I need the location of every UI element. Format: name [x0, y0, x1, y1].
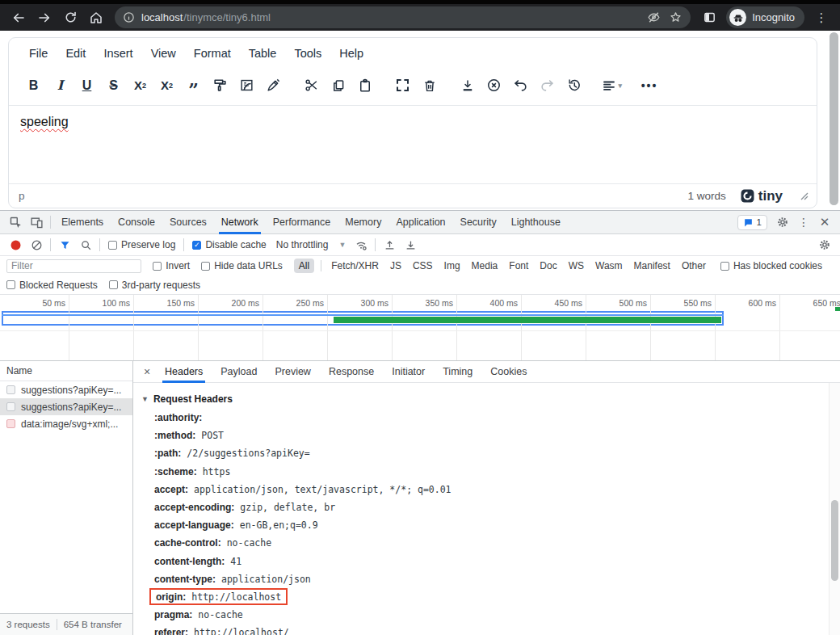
back-icon[interactable]: [6, 6, 31, 29]
detail-tab-initiator[interactable]: Initiator: [383, 361, 434, 383]
italic-icon[interactable]: I: [50, 74, 71, 98]
inspect-element-icon[interactable]: [5, 212, 26, 232]
tab-performance[interactable]: Performance: [266, 211, 338, 234]
more-icon[interactable]: •••: [639, 74, 660, 98]
disable-cache-checkbox[interactable]: [192, 241, 201, 250]
network-settings-gear-icon[interactable]: [814, 235, 835, 254]
name-column-header[interactable]: Name: [0, 361, 132, 381]
permanent-pen-icon[interactable]: [263, 74, 284, 98]
blockquote-icon[interactable]: ”: [183, 74, 204, 98]
menu-edit[interactable]: Edit: [58, 44, 93, 62]
tab-application[interactable]: Application: [388, 211, 452, 234]
request-row[interactable]: data:image/svg+xml;...: [0, 415, 132, 432]
tab-sources[interactable]: Sources: [162, 211, 214, 234]
cancel-icon[interactable]: [484, 74, 505, 98]
paste-icon[interactable]: [355, 74, 376, 98]
type-filter-ws[interactable]: WS: [564, 259, 589, 273]
menu-tools[interactable]: Tools: [287, 44, 329, 62]
home-icon[interactable]: [84, 6, 108, 29]
third-party-toggle[interactable]: 3rd-party requests: [109, 280, 200, 291]
type-filter-img[interactable]: Img: [439, 259, 465, 273]
menu-format[interactable]: Format: [187, 44, 238, 62]
format-painter-icon[interactable]: [210, 74, 231, 98]
type-filter-doc[interactable]: Doc: [535, 259, 561, 273]
request-row[interactable]: suggestions?apiKey=...: [0, 398, 132, 415]
type-filter-wasm[interactable]: Wasm: [590, 259, 628, 273]
editor-content[interactable]: speeling: [9, 106, 817, 183]
tab-elements[interactable]: Elements: [54, 211, 111, 234]
tab-security[interactable]: Security: [453, 211, 504, 234]
devtools-menu-icon[interactable]: ⋮: [793, 212, 814, 232]
menu-view[interactable]: View: [144, 44, 183, 62]
type-filter-other[interactable]: Other: [677, 259, 711, 273]
detail-tab-response[interactable]: Response: [320, 361, 383, 383]
restore-draft-icon[interactable]: [564, 74, 585, 98]
close-detail-icon[interactable]: ×: [138, 365, 156, 378]
detail-tab-headers[interactable]: Headers: [156, 361, 212, 383]
record-icon[interactable]: [5, 235, 26, 254]
detail-tab-preview[interactable]: Preview: [266, 361, 319, 383]
type-filter-js[interactable]: JS: [385, 259, 406, 273]
undo-icon[interactable]: [510, 74, 531, 98]
bold-icon[interactable]: B: [23, 74, 44, 98]
copy-icon[interactable]: [328, 74, 349, 98]
detail-scrollbar-thumb[interactable]: [831, 500, 838, 581]
filter-funnel-icon[interactable]: [54, 235, 75, 254]
network-overview-timeline[interactable]: 50 ms100 ms150 ms200 ms250 ms300 ms350 m…: [0, 295, 840, 331]
detail-tab-cookies[interactable]: Cookies: [481, 361, 536, 383]
incognito-badge[interactable]: Incognito: [726, 6, 804, 28]
throttling-select[interactable]: No throttling ▼: [276, 239, 346, 250]
preserve-log-checkbox[interactable]: [108, 241, 117, 250]
device-toolbar-icon[interactable]: [26, 212, 47, 232]
align-left-icon[interactable]: ▾: [602, 74, 623, 98]
page-scrollbar-thumb[interactable]: [830, 32, 838, 205]
menu-table[interactable]: Table: [242, 44, 284, 62]
forward-icon[interactable]: [32, 6, 57, 29]
import-har-icon[interactable]: [379, 235, 400, 254]
strikethrough-icon[interactable]: S: [103, 74, 124, 98]
cut-icon[interactable]: [301, 74, 322, 98]
page-embed-icon[interactable]: [237, 74, 258, 98]
has-blocked-cookies-toggle[interactable]: Has blocked cookies: [720, 260, 822, 271]
type-filter-manifest[interactable]: Manifest: [629, 259, 675, 273]
delete-icon[interactable]: [419, 74, 440, 98]
detail-tab-payload[interactable]: Payload: [212, 361, 266, 383]
search-icon[interactable]: [75, 235, 96, 254]
side-panel-icon[interactable]: [697, 6, 721, 29]
has-blocked-cookies-checkbox[interactable]: [720, 262, 729, 271]
tab-lighthouse[interactable]: Lighthouse: [504, 211, 568, 234]
network-conditions-icon[interactable]: [351, 235, 372, 254]
subscript-icon[interactable]: X2: [130, 74, 151, 98]
menu-dots-icon[interactable]: ⋮: [809, 6, 834, 29]
reload-icon[interactable]: [58, 6, 82, 29]
third-party-checkbox[interactable]: [109, 280, 118, 289]
detail-scrollbar[interactable]: [829, 383, 840, 635]
redo-icon[interactable]: [537, 74, 558, 98]
word-count[interactable]: 1 words: [687, 190, 725, 202]
request-row[interactable]: suggestions?apiKey=...: [0, 381, 132, 398]
underline-icon[interactable]: U: [77, 74, 98, 98]
disclosure-triangle-icon[interactable]: ▼: [141, 395, 149, 403]
menu-help[interactable]: Help: [332, 44, 371, 62]
bookmark-star-icon[interactable]: [669, 11, 682, 24]
invert-checkbox[interactable]: [153, 262, 162, 271]
clear-icon[interactable]: [26, 235, 47, 254]
type-filter-font[interactable]: Font: [504, 259, 533, 273]
misspelled-word[interactable]: speeling: [20, 115, 69, 128]
blocked-requests-checkbox[interactable]: [6, 280, 15, 289]
tab-network[interactable]: Network: [214, 211, 266, 234]
select-all-icon[interactable]: [393, 74, 414, 98]
hide-data-urls-toggle[interactable]: Hide data URLs: [201, 260, 283, 271]
settings-gear-icon[interactable]: [772, 212, 793, 232]
menu-insert[interactable]: Insert: [96, 44, 140, 62]
eye-blocked-icon[interactable]: [647, 11, 661, 24]
export-icon[interactable]: [457, 74, 478, 98]
superscript-icon[interactable]: X2: [157, 74, 178, 98]
filter-input[interactable]: [6, 259, 141, 273]
type-filter-media[interactable]: Media: [467, 259, 503, 273]
type-filter-fetch-xhr[interactable]: Fetch/XHR: [326, 259, 384, 273]
hide-data-urls-checkbox[interactable]: [201, 262, 210, 271]
type-filter-all[interactable]: All: [294, 259, 314, 273]
type-filter-css[interactable]: CSS: [408, 259, 438, 273]
page-scrollbar[interactable]: [830, 32, 838, 207]
